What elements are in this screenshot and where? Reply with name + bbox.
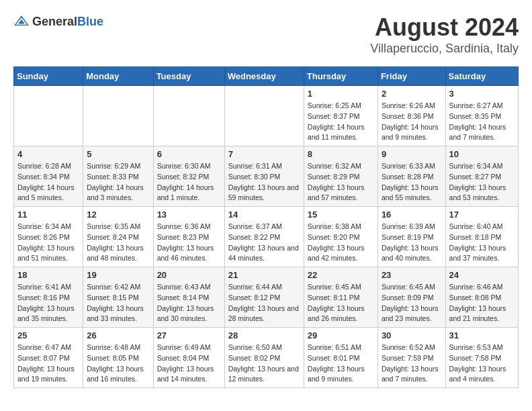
day-number: 27 <box>157 330 221 340</box>
day-cell-20: 20Sunrise: 6:43 AMSunset: 8:14 PMDayligh… <box>153 267 224 328</box>
day-cell-19: 19Sunrise: 6:42 AMSunset: 8:15 PMDayligh… <box>83 267 153 328</box>
day-number: 22 <box>308 270 374 280</box>
day-number: 1 <box>308 89 374 99</box>
page-header: GeneralBlue August 2024 Villaperuccio, S… <box>13 13 519 56</box>
day-info: Sunrise: 6:26 AMSunset: 8:36 PMDaylight:… <box>382 101 442 143</box>
day-number: 23 <box>382 270 442 280</box>
day-info: Sunrise: 6:37 AMSunset: 8:22 PMDaylight:… <box>228 222 300 264</box>
week-row-1: 1Sunrise: 6:25 AMSunset: 8:37 PMDaylight… <box>14 86 519 146</box>
day-info: Sunrise: 6:42 AMSunset: 8:15 PMDaylight:… <box>87 282 149 324</box>
day-info: Sunrise: 6:32 AMSunset: 8:29 PMDaylight:… <box>308 161 374 203</box>
day-number: 25 <box>17 330 79 340</box>
day-number: 4 <box>17 149 79 159</box>
day-cell-27: 27Sunrise: 6:49 AMSunset: 8:04 PMDayligh… <box>153 328 224 388</box>
day-info: Sunrise: 6:45 AMSunset: 8:09 PMDaylight:… <box>382 282 442 324</box>
week-row-3: 11Sunrise: 6:34 AMSunset: 8:26 PMDayligh… <box>14 207 519 267</box>
week-row-2: 4Sunrise: 6:28 AMSunset: 8:34 PMDaylight… <box>14 146 519 207</box>
day-cell-26: 26Sunrise: 6:48 AMSunset: 8:05 PMDayligh… <box>83 328 153 388</box>
logo-blue: Blue <box>77 15 103 28</box>
day-cell-16: 16Sunrise: 6:39 AMSunset: 8:19 PMDayligh… <box>378 207 445 267</box>
day-cell-24: 24Sunrise: 6:46 AMSunset: 8:08 PMDayligh… <box>445 267 518 328</box>
day-info: Sunrise: 6:44 AMSunset: 8:12 PMDaylight:… <box>228 282 300 324</box>
day-number: 29 <box>308 330 374 340</box>
logo-general: General <box>32 15 77 28</box>
day-number: 5 <box>87 149 149 159</box>
day-cell-11: 11Sunrise: 6:34 AMSunset: 8:26 PMDayligh… <box>14 207 83 267</box>
day-info: Sunrise: 6:25 AMSunset: 8:37 PMDaylight:… <box>308 101 374 143</box>
day-info: Sunrise: 6:34 AMSunset: 8:27 PMDaylight:… <box>449 161 515 203</box>
day-number: 6 <box>157 149 221 159</box>
day-number: 18 <box>17 270 79 280</box>
day-cell-29: 29Sunrise: 6:51 AMSunset: 8:01 PMDayligh… <box>304 328 378 388</box>
day-number: 7 <box>228 149 300 159</box>
day-number: 31 <box>449 330 515 340</box>
day-cell-12: 12Sunrise: 6:35 AMSunset: 8:24 PMDayligh… <box>83 207 153 267</box>
day-number: 15 <box>308 210 374 220</box>
day-info: Sunrise: 6:29 AMSunset: 8:33 PMDaylight:… <box>87 161 149 203</box>
day-number: 12 <box>87 210 149 220</box>
day-info: Sunrise: 6:45 AMSunset: 8:11 PMDaylight:… <box>308 282 374 324</box>
day-number: 26 <box>87 330 149 340</box>
day-info: Sunrise: 6:40 AMSunset: 8:18 PMDaylight:… <box>449 222 515 264</box>
day-number: 13 <box>157 210 221 220</box>
day-cell-8: 8Sunrise: 6:32 AMSunset: 8:29 PMDaylight… <box>304 146 378 207</box>
day-cell-15: 15Sunrise: 6:38 AMSunset: 8:20 PMDayligh… <box>304 207 378 267</box>
column-header-monday: Monday <box>83 67 153 86</box>
column-header-thursday: Thursday <box>304 67 378 86</box>
day-info: Sunrise: 6:35 AMSunset: 8:24 PMDaylight:… <box>87 222 149 264</box>
day-number: 10 <box>449 149 515 159</box>
day-info: Sunrise: 6:49 AMSunset: 8:04 PMDaylight:… <box>157 342 221 385</box>
day-info: Sunrise: 6:38 AMSunset: 8:20 PMDaylight:… <box>308 222 374 264</box>
day-cell-30: 30Sunrise: 6:52 AMSunset: 7:59 PMDayligh… <box>378 328 445 388</box>
day-number: 24 <box>449 270 515 280</box>
title-block: August 2024 Villaperuccio, Sardinia, Ita… <box>370 13 519 56</box>
day-number: 14 <box>228 210 300 220</box>
day-info: Sunrise: 6:52 AMSunset: 7:59 PMDaylight:… <box>382 342 442 385</box>
day-info: Sunrise: 6:41 AMSunset: 8:16 PMDaylight:… <box>17 282 79 324</box>
day-number: 8 <box>308 149 374 159</box>
day-info: Sunrise: 6:33 AMSunset: 8:28 PMDaylight:… <box>382 161 442 203</box>
column-header-friday: Friday <box>378 67 445 86</box>
day-info: Sunrise: 6:48 AMSunset: 8:05 PMDaylight:… <box>87 342 149 385</box>
empty-cell <box>83 86 153 146</box>
day-cell-21: 21Sunrise: 6:44 AMSunset: 8:12 PMDayligh… <box>224 267 304 328</box>
day-cell-28: 28Sunrise: 6:50 AMSunset: 8:02 PMDayligh… <box>224 328 304 388</box>
day-cell-18: 18Sunrise: 6:41 AMSunset: 8:16 PMDayligh… <box>14 267 83 328</box>
day-cell-9: 9Sunrise: 6:33 AMSunset: 8:28 PMDaylight… <box>378 146 445 207</box>
column-header-tuesday: Tuesday <box>153 67 224 86</box>
day-info: Sunrise: 6:43 AMSunset: 8:14 PMDaylight:… <box>157 282 221 324</box>
day-info: Sunrise: 6:31 AMSunset: 8:30 PMDaylight:… <box>228 161 300 203</box>
day-info: Sunrise: 6:34 AMSunset: 8:26 PMDaylight:… <box>17 222 79 264</box>
day-cell-2: 2Sunrise: 6:26 AMSunset: 8:36 PMDaylight… <box>378 86 445 146</box>
column-header-wednesday: Wednesday <box>224 67 304 86</box>
day-cell-23: 23Sunrise: 6:45 AMSunset: 8:09 PMDayligh… <box>378 267 445 328</box>
empty-cell <box>153 86 224 146</box>
day-cell-17: 17Sunrise: 6:40 AMSunset: 8:18 PMDayligh… <box>445 207 518 267</box>
column-header-saturday: Saturday <box>445 67 518 86</box>
day-number: 20 <box>157 270 221 280</box>
day-info: Sunrise: 6:47 AMSunset: 8:07 PMDaylight:… <box>17 342 79 385</box>
day-number: 28 <box>228 330 300 340</box>
day-cell-22: 22Sunrise: 6:45 AMSunset: 8:11 PMDayligh… <box>304 267 378 328</box>
day-number: 2 <box>382 89 442 99</box>
week-row-4: 18Sunrise: 6:41 AMSunset: 8:16 PMDayligh… <box>14 267 519 328</box>
day-info: Sunrise: 6:27 AMSunset: 8:35 PMDaylight:… <box>449 101 515 143</box>
calendar-table: SundayMondayTuesdayWednesdayThursdayFrid… <box>13 66 519 388</box>
day-cell-6: 6Sunrise: 6:30 AMSunset: 8:32 PMDaylight… <box>153 146 224 207</box>
day-cell-5: 5Sunrise: 6:29 AMSunset: 8:33 PMDaylight… <box>83 146 153 207</box>
day-info: Sunrise: 6:39 AMSunset: 8:19 PMDaylight:… <box>382 222 442 264</box>
day-cell-3: 3Sunrise: 6:27 AMSunset: 8:35 PMDaylight… <box>445 86 518 146</box>
day-number: 9 <box>382 149 442 159</box>
day-info: Sunrise: 6:51 AMSunset: 8:01 PMDaylight:… <box>308 342 374 385</box>
day-cell-10: 10Sunrise: 6:34 AMSunset: 8:27 PMDayligh… <box>445 146 518 207</box>
day-info: Sunrise: 6:28 AMSunset: 8:34 PMDaylight:… <box>17 161 79 203</box>
column-header-sunday: Sunday <box>14 67 83 86</box>
subtitle: Villaperuccio, Sardinia, Italy <box>370 42 519 56</box>
day-cell-25: 25Sunrise: 6:47 AMSunset: 8:07 PMDayligh… <box>14 328 83 388</box>
day-number: 16 <box>382 210 442 220</box>
header-row: SundayMondayTuesdayWednesdayThursdayFrid… <box>14 67 519 86</box>
day-number: 17 <box>449 210 515 220</box>
logo-icon <box>13 13 30 30</box>
logo: GeneralBlue <box>13 13 103 30</box>
day-info: Sunrise: 6:46 AMSunset: 8:08 PMDaylight:… <box>449 282 515 324</box>
